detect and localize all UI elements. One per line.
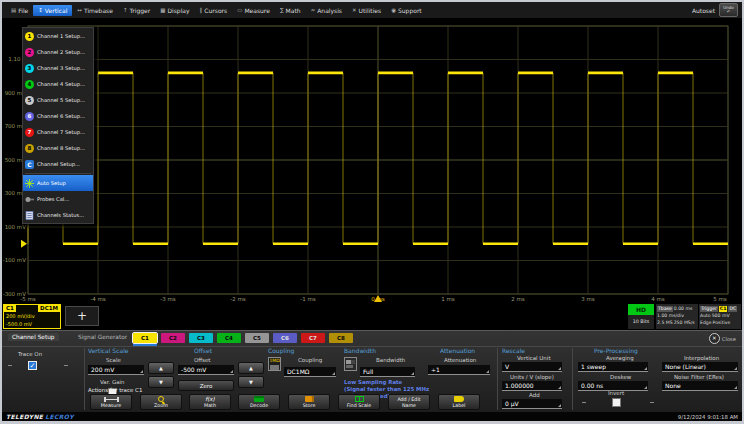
menu-item-label: Probes Cal...: [37, 196, 69, 202]
menu-item-channel-6-setup[interactable]: 6Channel 6 Setup...: [23, 108, 93, 124]
channel-chip-c1[interactable]: C1: [133, 333, 157, 343]
y-tick-label: 100 mV: [5, 224, 26, 230]
label-action-button[interactable]: Label: [438, 394, 480, 410]
measure-icon: ▭: [237, 7, 242, 13]
slope-field[interactable]: 1.000000: [502, 381, 562, 391]
menu-item-channel-4-setup[interactable]: 4Channel 4 Setup...: [23, 76, 93, 92]
vertical-dropdown-menu: 1Channel 1 Setup... 2Channel 2 Setup... …: [22, 27, 94, 224]
math-action-button[interactable]: f(x)Math: [189, 394, 231, 410]
channel-3-icon: 3: [25, 64, 34, 73]
action-label-line2: Name: [402, 403, 416, 408]
timebase-descriptor[interactable]: Tbase0.00 ms 1.00 ms/div 2.5 MS250 MS/s: [656, 304, 698, 329]
dialog-close-button[interactable]: ✕ Close: [709, 333, 736, 344]
offset-increase-button[interactable]: ▲: [238, 362, 264, 374]
channel-chip-c4[interactable]: C4: [217, 333, 241, 343]
offset-field[interactable]: -500 mV: [178, 365, 234, 375]
zoom-action-button[interactable]: Zoom: [140, 394, 182, 410]
attenuation-field[interactable]: ÷1: [428, 365, 490, 375]
vertical-scale-heading: Vertical Scale: [88, 347, 129, 354]
add-field[interactable]: 0 µV: [502, 399, 562, 409]
menu-item-label: Channel 6 Setup...: [37, 113, 85, 119]
store-action-button[interactable]: Store: [288, 394, 330, 410]
autoset-button[interactable]: Autoset: [692, 7, 715, 14]
menu-measure[interactable]: ▭Measure: [232, 5, 275, 16]
trigger-icon: ↑: [123, 7, 128, 13]
menu-item-label: Channel 4 Setup...: [37, 81, 85, 87]
trigger-descriptor[interactable]: TriggerC1DC Auto500 mV EdgePositive: [699, 304, 741, 329]
menu-item-label: Channel 7 Setup...: [37, 129, 85, 135]
menu-file[interactable]: ▤File: [6, 5, 33, 16]
action-label: Find Scale: [347, 403, 371, 408]
down-arrow-icon: ▼: [249, 379, 253, 385]
x-tick-label: 4 ms: [645, 296, 671, 302]
c1-ground-marker[interactable]: [21, 240, 27, 248]
scale-field[interactable]: 200 mV: [88, 365, 144, 375]
down-arrow-icon: ▼: [159, 379, 163, 385]
descriptor-row: C1 DC1M 200 mV/div -500.0 mV + HD 10 Bit…: [2, 303, 742, 330]
interpolation-field[interactable]: None (Linear): [662, 362, 738, 372]
menu-item-channel-1-setup[interactable]: 1Channel 1 Setup...: [23, 28, 93, 44]
menu-vertical[interactable]: ↕Vertical: [33, 5, 72, 16]
trace-on-checkbox[interactable]: ✓: [28, 361, 37, 370]
bandwidth-field[interactable]: Full: [360, 367, 415, 377]
scale-increase-button[interactable]: ▲: [148, 362, 174, 374]
undo-icon: ↶: [727, 10, 730, 14]
preprocessing-heading: Pre-Processing: [594, 347, 638, 354]
c1-trace-descriptor[interactable]: C1 DC1M 200 mV/div -500.0 mV: [3, 304, 61, 329]
scale-decrease-button[interactable]: ▼: [148, 376, 174, 388]
var-gain-label: Var. Gain: [100, 379, 125, 385]
add-label: Add: [529, 392, 540, 398]
channel-chip-c3[interactable]: C3: [189, 333, 213, 343]
averaging-field[interactable]: 1 sweep: [578, 362, 648, 372]
graticule-plot: [2, 18, 742, 304]
menu-support[interactable]: ◉Support: [386, 5, 427, 16]
attenuation-heading: Attenuation: [440, 347, 475, 354]
menu-item-channel-2-setup[interactable]: 2Channel 2 Setup...: [23, 44, 93, 60]
menu-item-auto-setup[interactable]: Auto Setup: [23, 175, 93, 191]
menu-display[interactable]: ▦Display: [155, 5, 194, 16]
add-edit-name-action-button[interactable]: Add / EditName: [388, 394, 430, 410]
dialog-header: Channel Setup Signal Generator C1 C2 C3 …: [2, 331, 742, 347]
coupling-heading: Coupling: [268, 347, 294, 354]
menu-item-probes-cal[interactable]: Probes Cal...: [23, 191, 93, 207]
vertical-unit-field[interactable]: V: [502, 362, 562, 372]
section-divider: [497, 348, 498, 410]
menu-item-channel-8-setup[interactable]: 8Channel 8 Setup...: [23, 140, 93, 156]
measure-action-button[interactable]: Measure: [90, 394, 132, 410]
menu-item-channel-3-setup[interactable]: 3Channel 3 Setup...: [23, 60, 93, 76]
menu-utilities[interactable]: ✕Utilities: [347, 5, 386, 16]
noise-filter-field[interactable]: None: [662, 381, 738, 391]
brand-teledyne: TELEDYNE: [6, 413, 43, 420]
tab-channel-setup[interactable]: Channel Setup: [8, 333, 59, 341]
vertical-arrows-icon: ↕: [38, 7, 43, 13]
menu-label: Math: [286, 7, 301, 14]
menu-cursors[interactable]: ∥Cursors: [195, 5, 233, 16]
channel-chip-c5[interactable]: C5: [245, 333, 269, 343]
menu-item-channel-setup[interactable]: CChannel Setup...: [23, 156, 93, 172]
offset-decrease-button[interactable]: ▼: [238, 376, 264, 388]
close-label: Close: [722, 336, 736, 342]
menu-item-channels-status[interactable]: Channels Status...: [23, 207, 93, 223]
undo-button[interactable]: Undo↶: [719, 3, 738, 17]
menu-trigger[interactable]: ↑Trigger: [118, 5, 155, 16]
menu-math[interactable]: ∑Math: [275, 5, 306, 16]
zero-offset-button[interactable]: Zero: [178, 380, 234, 391]
menu-analysis[interactable]: ≈Analysis: [306, 5, 347, 16]
decode-action-button[interactable]: Decode: [238, 394, 280, 410]
menu-timebase[interactable]: ↔Timebase: [72, 5, 118, 16]
channel-chip-c2[interactable]: C2: [161, 333, 185, 343]
channel-chip-c6[interactable]: C6: [273, 333, 297, 343]
menu-item-channel-5-setup[interactable]: 5Channel 5 Setup...: [23, 92, 93, 108]
x-tick-label: 1 ms: [435, 296, 461, 302]
hd-mode-descriptor[interactable]: HD 10 Bits: [628, 304, 654, 329]
add-trace-button[interactable]: +: [65, 306, 99, 326]
channel-chip-c8[interactable]: C8: [329, 333, 353, 343]
trigger-mode: Auto: [700, 312, 711, 319]
x-tick-label: -5 ms: [15, 296, 41, 302]
channel-chip-c7[interactable]: C7: [301, 333, 325, 343]
coupling-field[interactable]: DC1MΩ: [284, 367, 336, 377]
invert-checkbox[interactable]: [612, 398, 621, 407]
find-scale-action-button[interactable]: Find Scale: [338, 394, 380, 410]
menu-item-channel-7-setup[interactable]: 7Channel 7 Setup...: [23, 124, 93, 140]
tab-signal-generator[interactable]: Signal Generator: [74, 333, 131, 341]
